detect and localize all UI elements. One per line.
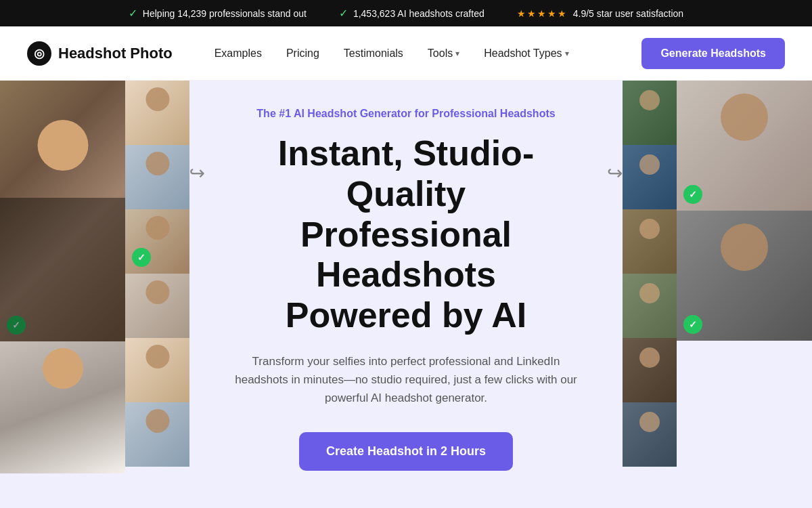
- nav-pricing[interactable]: Pricing: [277, 42, 329, 65]
- right-col-narrow: [623, 81, 677, 508]
- small-photo-3: ✓: [125, 209, 189, 274]
- right-photo-large-2: ✓: [677, 211, 812, 341]
- nav-links: Examples Pricing Testimonials Tools ▾ He…: [205, 42, 642, 65]
- right-photo-small-2: [623, 145, 677, 209]
- photo-woman-2: [0, 341, 125, 473]
- small-photo-2: [125, 145, 189, 209]
- photo-grid-right: ✓ ✓: [623, 81, 812, 508]
- logo[interactable]: ◎ Headshot Photo: [27, 41, 173, 66]
- nav-examples[interactable]: Examples: [205, 42, 271, 65]
- small-photo-4: [125, 274, 189, 338]
- check-badge-1: ✓: [7, 316, 26, 335]
- hero-section: ✓ ✓ ↩ The #1 AI Headshot Generator for P…: [0, 81, 812, 508]
- small-photo-5: [125, 338, 189, 402]
- right-photo-small-3: [623, 209, 677, 274]
- hero-description: Transform your selfies into perfect prof…: [230, 352, 582, 408]
- topbar-stat-3: ★★★★★ 4.9/5 star user satisfaction: [517, 8, 683, 19]
- photo-grid-left: ✓ ✓: [0, 81, 189, 508]
- check-icon-1: ✓: [129, 7, 137, 20]
- right-col-wide: ✓ ✓: [677, 81, 812, 508]
- generate-headshots-button[interactable]: Generate Headshots: [641, 38, 785, 69]
- star-rating: ★★★★★: [517, 8, 568, 19]
- hero-subtitle: The #1 AI Headshot Generator for Profess…: [230, 108, 582, 120]
- check-icon-2: ✓: [339, 7, 348, 20]
- hero-title: Instant, Studio-Quality Professional Hea…: [230, 133, 582, 336]
- arrow-right: ↪: [607, 162, 623, 184]
- right-photo-small-4: [623, 274, 677, 338]
- right-photo-large-1: ✓: [677, 81, 812, 211]
- chevron-down-icon-2: ▾: [565, 49, 569, 58]
- small-photo-6: [125, 402, 189, 467]
- right-photo-small-5: [623, 338, 677, 402]
- left-col-wide: ✓: [0, 81, 125, 508]
- nav-headshot-types[interactable]: Headshot Types ▾: [474, 42, 578, 65]
- chevron-down-icon: ▾: [455, 49, 459, 58]
- right-photo-small-6: [623, 402, 677, 467]
- hero-content: The #1 AI Headshot Generator for Profess…: [230, 108, 582, 471]
- photo-woman-main: ✓: [0, 81, 125, 341]
- small-photo-1: [125, 81, 189, 145]
- nav-testimonials[interactable]: Testimonials: [334, 42, 413, 65]
- top-bar: ✓ Helping 14,239 professionals stand out…: [0, 0, 812, 26]
- check-badge-3: ✓: [683, 185, 702, 204]
- create-headshot-button[interactable]: Create Headshot in 2 Hours: [299, 432, 513, 471]
- nav-tools[interactable]: Tools ▾: [418, 42, 469, 65]
- navbar: ◎ Headshot Photo Examples Pricing Testim…: [0, 26, 812, 81]
- left-col-narrow: ✓: [125, 81, 189, 508]
- check-badge-2: ✓: [132, 248, 151, 267]
- topbar-stat-2: ✓ 1,453,623 AI headshots crafted: [339, 7, 484, 20]
- check-badge-4: ✓: [683, 315, 702, 334]
- topbar-stat-1: ✓ Helping 14,239 professionals stand out: [129, 7, 307, 20]
- logo-icon: ◎: [27, 41, 51, 66]
- right-photo-small-1: [623, 81, 677, 145]
- arrow-left: ↩: [189, 162, 205, 184]
